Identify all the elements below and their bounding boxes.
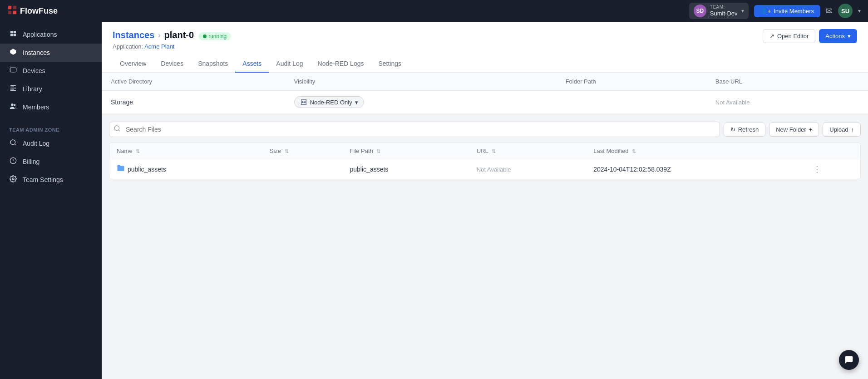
storage-base-url: Not Available: [706, 91, 868, 114]
tab-audit-log[interactable]: Audit Log: [269, 55, 310, 73]
actions-chevron-icon: ▾: [848, 33, 851, 39]
storage-section: Active Directory Visibility Folder Path …: [102, 73, 868, 114]
tab-snapshots[interactable]: Snapshots: [191, 55, 235, 73]
team-settings-icon: [9, 175, 17, 184]
sidebar-members-label: Members: [23, 103, 49, 111]
team-selector[interactable]: SD TEAM: Sumit-Dev ▾: [689, 3, 749, 19]
application-link[interactable]: Acme Plant: [144, 43, 174, 50]
breadcrumb-current: plant-0: [164, 30, 194, 40]
svg-point-21: [114, 126, 119, 131]
tab-overview[interactable]: Overview: [113, 55, 153, 73]
search-input[interactable]: [109, 122, 720, 137]
folder-icon: [117, 164, 125, 174]
actions-button[interactable]: Actions ▾: [819, 29, 857, 43]
files-table-wrapper: Name ⇅ Size ⇅ File Path ⇅: [109, 143, 861, 179]
storage-folder-path: [557, 91, 706, 114]
size-sort-icon[interactable]: ⇅: [285, 148, 289, 154]
topnav: FlowFuse SD TEAM: Sumit-Dev ▾ 👤+ Invite …: [0, 0, 868, 22]
upload-button[interactable]: Upload ↑: [823, 123, 861, 137]
refresh-button[interactable]: ↻ Refresh: [724, 123, 766, 137]
filepath-sort-icon[interactable]: ⇅: [376, 148, 380, 154]
files-col-actions: [806, 143, 860, 159]
sidebar-team-settings-label: Team Settings: [23, 176, 63, 183]
svg-marker-8: [10, 49, 16, 54]
svg-line-22: [118, 130, 120, 131]
invite-members-button[interactable]: 👤+ Invite Members: [754, 5, 820, 17]
files-col-size: Size ⇅: [262, 143, 343, 159]
tab-settings[interactable]: Settings: [371, 55, 409, 73]
team-name: Sumit-Dev: [710, 10, 738, 17]
applications-icon: [9, 30, 17, 39]
files-col-last-modified: Last Modified ⇅: [586, 143, 806, 159]
user-chevron-down-icon[interactable]: ▾: [858, 8, 861, 14]
svg-rect-2: [8, 10, 11, 14]
tab-devices[interactable]: Devices: [153, 55, 191, 73]
breadcrumb-separator: ›: [158, 31, 160, 39]
logo[interactable]: FlowFuse: [7, 5, 58, 17]
team-admin-zone-label: Team Admin Zone: [0, 123, 102, 134]
files-section: ↻ Refresh New Folder + Upload ↑: [102, 114, 868, 187]
storage-visibility: Node-RED Only ▾: [285, 91, 557, 114]
svg-rect-0: [8, 5, 11, 9]
file-row-actions[interactable]: ⋮: [806, 159, 860, 179]
chat-widget[interactable]: [839, 350, 859, 370]
file-path: public_assets: [342, 159, 469, 179]
chat-icon: [844, 355, 854, 365]
visibility-dropdown[interactable]: Node-RED Only ▾: [294, 96, 364, 108]
sidebar-item-devices[interactable]: Devices: [0, 62, 102, 80]
page-header: Instances › plant-0 running ↗ Open Edito…: [102, 22, 868, 73]
user-avatar[interactable]: SU: [838, 4, 853, 18]
svg-point-13: [10, 140, 15, 145]
col-active-directory: Active Directory: [102, 73, 285, 91]
name-sort-icon[interactable]: ⇅: [136, 148, 140, 154]
tab-node-red-logs[interactable]: Node-RED Logs: [311, 55, 371, 73]
sidebar-item-applications[interactable]: Applications: [0, 25, 102, 44]
tabs: Overview Devices Snapshots Assets Audit …: [113, 55, 857, 72]
logo-wordmark: FlowFuse: [20, 6, 58, 16]
team-avatar: SD: [694, 5, 706, 17]
breadcrumb-instances-link[interactable]: Instances: [113, 30, 154, 40]
open-editor-icon: ↗: [769, 33, 774, 39]
new-folder-button[interactable]: New Folder +: [769, 123, 819, 137]
svg-rect-7: [14, 34, 16, 36]
col-folder-path: Folder Path: [557, 73, 706, 91]
header-actions: ↗ Open Editor Actions ▾: [763, 29, 857, 43]
plus-icon: +: [809, 126, 813, 133]
storage-active-directory: Storage: [102, 91, 285, 114]
svg-point-11: [11, 103, 13, 106]
devices-icon: [9, 66, 17, 75]
open-editor-button[interactable]: ↗ Open Editor: [763, 29, 815, 43]
files-col-name: Name ⇅: [109, 143, 262, 159]
file-name-cell: public_assets: [109, 159, 262, 179]
modified-sort-icon[interactable]: ⇅: [632, 148, 636, 154]
sidebar-item-audit-log[interactable]: Audit Log: [0, 134, 102, 153]
content-area: Active Directory Visibility Folder Path …: [102, 73, 868, 379]
sidebar-item-team-settings[interactable]: Team Settings: [0, 171, 102, 189]
svg-rect-1: [13, 5, 16, 9]
svg-point-12: [14, 104, 15, 106]
svg-rect-5: [14, 31, 16, 33]
file-url: Not Available: [469, 159, 586, 179]
topnav-right: SD TEAM: Sumit-Dev ▾ 👤+ Invite Members ✉…: [689, 3, 861, 19]
url-sort-icon[interactable]: ⇅: [492, 148, 496, 154]
sidebar-item-billing[interactable]: Billing: [0, 153, 102, 171]
file-size: [262, 159, 343, 179]
tab-assets[interactable]: Assets: [235, 55, 269, 73]
files-col-url: URL ⇅: [469, 143, 586, 159]
search-icon: [113, 125, 121, 134]
invite-icon: 👤+: [760, 8, 771, 15]
sidebar-item-library[interactable]: Library: [0, 80, 102, 98]
col-visibility: Visibility: [285, 73, 557, 91]
sidebar: Applications Instances Devices Library M…: [0, 22, 102, 379]
search-wrapper: [109, 122, 720, 137]
library-icon: [9, 84, 17, 94]
application-label: Application: Acme Plant: [113, 43, 857, 50]
sidebar-item-members[interactable]: Members: [0, 98, 102, 116]
status-dot: [203, 34, 207, 38]
team-chevron-down-icon: ▾: [741, 8, 744, 14]
refresh-icon: ↻: [730, 126, 735, 133]
sidebar-item-instances[interactable]: Instances: [0, 44, 102, 62]
row-actions-icon[interactable]: ⋮: [813, 165, 821, 174]
sidebar-applications-label: Applications: [23, 31, 57, 38]
messages-icon[interactable]: ✉: [826, 6, 833, 16]
